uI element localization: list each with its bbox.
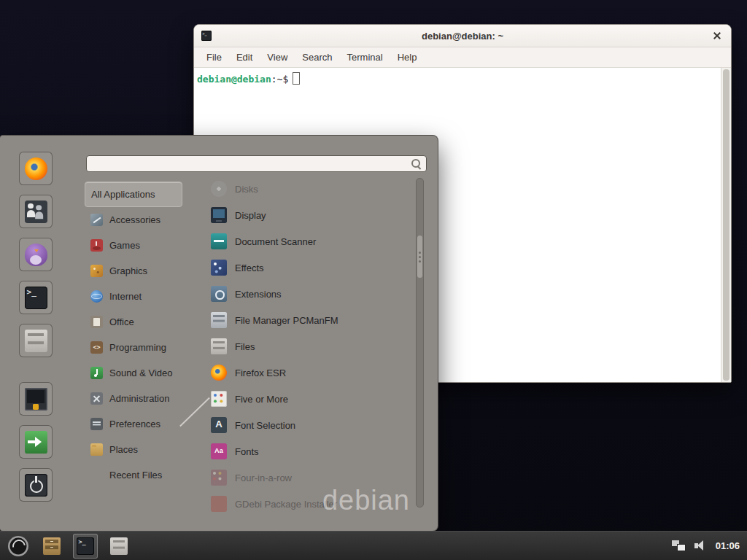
logout-button[interactable] <box>19 425 53 459</box>
firefox-favorite[interactable] <box>19 152 53 185</box>
search-icon <box>411 158 422 169</box>
places-icon <box>90 443 103 456</box>
lock-screen-icon <box>25 388 47 411</box>
category-label: Recent Files <box>109 470 162 481</box>
category-administration[interactable]: Administration <box>85 386 182 411</box>
users-favorite[interactable] <box>19 195 53 228</box>
app-label: Four-in-a-row <box>235 472 292 483</box>
app-extensions[interactable]: Extensions <box>208 281 414 307</box>
terminal-titlebar[interactable]: debian@debian: ~ <box>194 25 731 47</box>
app-firefox-esr[interactable]: Firefox ESR <box>208 359 414 386</box>
app-font-selection[interactable]: Font Selection <box>208 412 414 438</box>
menu-scrollbar[interactable] <box>416 178 424 508</box>
desktop: debian@debian: ~ FileEditViewSearchTermi… <box>0 0 747 560</box>
category-internet[interactable]: Internet <box>85 284 182 309</box>
search-input[interactable] <box>87 158 411 169</box>
category-all-applications[interactable]: All Applications <box>85 182 182 207</box>
volume-icon[interactable] <box>694 540 707 551</box>
category-label: All Applications <box>91 189 155 200</box>
network-icon[interactable] <box>672 540 686 551</box>
accessories-icon <box>90 214 103 226</box>
file-cabinet-icon <box>211 338 227 354</box>
lock-screen-button[interactable] <box>19 382 53 416</box>
file-manager-favorite[interactable] <box>19 324 53 357</box>
terminal-menubar: FileEditViewSearchTerminalHelp <box>194 47 731 68</box>
terminal-prompt: debian@debian:~$ <box>194 68 731 85</box>
pcmanfm-icon <box>211 312 227 328</box>
app-file-manager-pcmanfm[interactable]: File Manager PCManFM <box>208 307 414 333</box>
pidgin-favorite[interactable] <box>19 238 53 271</box>
file-manager-launcher[interactable] <box>39 534 64 559</box>
category-label: Programming <box>109 342 166 353</box>
minimize-button[interactable] <box>664 31 674 41</box>
app-label: Font Selection <box>235 420 295 431</box>
menu-scrollbar-thumb[interactable] <box>417 236 422 278</box>
app-label: Files <box>235 341 255 352</box>
firefox-icon <box>25 158 47 180</box>
menu-file[interactable]: File <box>200 50 228 65</box>
menu-button[interactable] <box>6 534 31 559</box>
sound-video-icon <box>90 367 103 379</box>
extensions-icon <box>211 286 227 302</box>
category-graphics[interactable]: Graphics <box>85 258 182 284</box>
app-label: Effects <box>235 262 264 273</box>
terminal-icon <box>201 31 212 41</box>
menu-search[interactable]: Search <box>295 50 338 65</box>
logout-icon <box>25 431 47 454</box>
category-accessories[interactable]: Accessories <box>85 207 182 233</box>
gdebi-icon <box>211 496 227 512</box>
app-five-or-more[interactable]: Five or More <box>208 386 414 412</box>
maximize-button[interactable] <box>688 31 698 41</box>
terminal-scrollbar[interactable] <box>721 68 731 382</box>
app-disks[interactable]: Disks <box>208 176 414 202</box>
five-or-more-icon <box>211 391 227 407</box>
category-places[interactable]: Places <box>85 437 182 462</box>
close-button[interactable] <box>712 31 722 41</box>
quit-button[interactable] <box>19 468 53 502</box>
terminal-icon <box>77 537 94 555</box>
taskbar: 01:06 <box>0 531 747 560</box>
category-sound-video[interactable]: Sound & Video <box>85 360 182 386</box>
prompt-path: :~$ <box>271 74 288 85</box>
app-effects[interactable]: Effects <box>208 254 414 281</box>
preferences-icon <box>90 418 103 430</box>
category-label: Office <box>109 316 134 327</box>
category-label: Internet <box>109 291 142 302</box>
category-preferences[interactable]: Preferences <box>85 411 182 437</box>
category-office[interactable]: Office <box>85 309 182 335</box>
app-files[interactable]: Files <box>208 333 414 359</box>
display-icon <box>211 207 227 223</box>
app-label: Display <box>235 210 266 221</box>
firefox-icon <box>211 365 227 381</box>
files-window-button[interactable] <box>107 534 131 559</box>
category-recent-files[interactable]: Recent Files <box>85 462 182 488</box>
graphics-icon <box>90 265 103 277</box>
file-cabinet-icon <box>25 330 47 352</box>
menu-edit[interactable]: Edit <box>230 50 259 65</box>
app-label: Five or More <box>235 394 288 405</box>
terminal-favorite[interactable] <box>19 281 53 314</box>
fonts-icon <box>211 443 227 459</box>
app-document-scanner[interactable]: Document Scanner <box>208 228 414 254</box>
app-display[interactable]: Display <box>208 202 414 228</box>
terminal-window-button[interactable] <box>73 534 98 559</box>
drawer-icon <box>43 537 61 555</box>
category-label: Places <box>109 444 138 455</box>
app-label: Firefox ESR <box>235 368 286 378</box>
menu-view[interactable]: View <box>260 50 294 65</box>
app-label: Fonts <box>235 446 259 457</box>
category-label: Sound & Video <box>109 368 173 378</box>
menu-terminal[interactable]: Terminal <box>341 50 390 65</box>
cinnamon-menu-icon <box>8 536 28 556</box>
category-games[interactable]: Games <box>85 233 182 258</box>
terminal-scrollbar-thumb[interactable] <box>723 69 729 381</box>
category-programming[interactable]: Programming <box>85 335 182 360</box>
disks-icon <box>211 181 227 197</box>
app-label: File Manager PCManFM <box>235 315 338 326</box>
app-fonts[interactable]: Fonts <box>208 438 414 464</box>
file-cabinet-icon <box>110 537 128 555</box>
app-label: Extensions <box>235 289 282 300</box>
users-icon <box>25 201 47 223</box>
menu-help[interactable]: Help <box>391 50 424 65</box>
administration-icon <box>90 392 103 405</box>
